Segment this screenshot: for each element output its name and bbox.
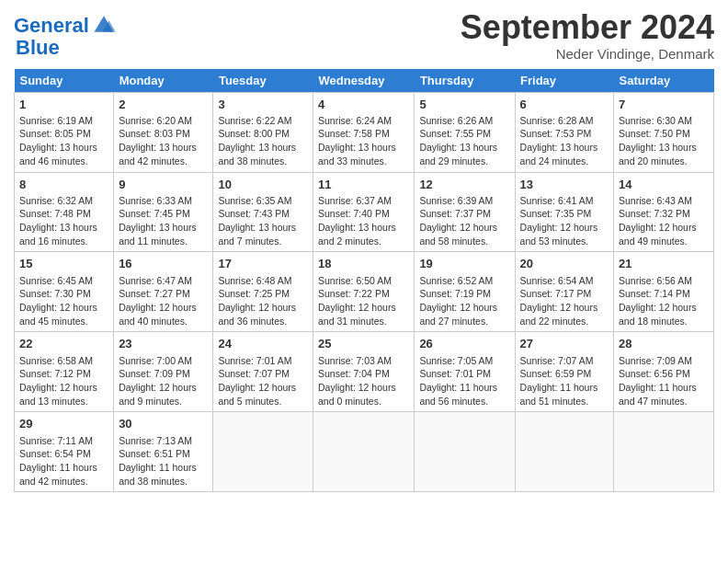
day-info: Sunrise: 7:13 AM — [119, 434, 208, 448]
day-info: and 47 minutes. — [619, 395, 709, 408]
day-number: 12 — [419, 177, 509, 193]
header-saturday: Saturday — [614, 69, 714, 93]
day-info: Sunrise: 7:09 AM — [619, 354, 709, 368]
day-number: 26 — [419, 336, 509, 352]
day-info: Sunset: 6:59 PM — [520, 367, 609, 381]
day-info: Sunrise: 6:41 AM — [520, 194, 609, 208]
day-number: 30 — [119, 416, 208, 432]
day-info: Sunset: 7:19 PM — [419, 287, 509, 301]
day-info: Sunrise: 6:35 AM — [218, 194, 308, 208]
day-info: Daylight: 12 hours — [19, 301, 108, 315]
day-number: 20 — [520, 256, 609, 272]
day-info: and 38 minutes. — [119, 475, 208, 488]
day-info: Sunset: 7:32 PM — [619, 207, 709, 221]
day-info: Daylight: 12 hours — [19, 381, 108, 395]
day-info: Sunset: 7:45 PM — [119, 207, 208, 221]
header-friday: Friday — [515, 69, 613, 93]
day-info: Daylight: 11 hours — [619, 381, 709, 395]
day-info: Sunrise: 6:45 AM — [19, 274, 108, 288]
week-row-0: 1Sunrise: 6:19 AMSunset: 8:05 PMDaylight… — [15, 92, 714, 172]
day-number: 17 — [218, 256, 308, 272]
day-info: Sunrise: 6:48 AM — [218, 274, 308, 288]
day-info: Daylight: 12 hours — [619, 301, 709, 315]
header-thursday: Thursday — [415, 69, 515, 93]
day-info: Sunset: 7:04 PM — [318, 367, 409, 381]
calendar-table: SundayMondayTuesdayWednesdayThursdayFrid… — [14, 69, 714, 493]
month-title: September 2024 — [461, 9, 714, 46]
day-number: 11 — [318, 177, 409, 193]
title-area: September 2024 Neder Vindinge, Denmark — [461, 9, 714, 62]
week-row-4: 29Sunrise: 7:11 AMSunset: 6:54 PMDayligh… — [15, 412, 714, 492]
week-row-3: 22Sunrise: 6:58 AMSunset: 7:12 PMDayligh… — [15, 332, 714, 412]
calendar-cell: 30Sunrise: 7:13 AMSunset: 6:51 PMDayligh… — [114, 412, 213, 492]
day-number: 22 — [19, 336, 108, 352]
day-info: Sunrise: 6:26 AM — [419, 114, 509, 128]
day-info: Sunrise: 7:05 AM — [419, 354, 509, 368]
calendar-cell: 22Sunrise: 6:58 AMSunset: 7:12 PMDayligh… — [15, 332, 114, 412]
day-info: and 20 minutes. — [619, 155, 709, 168]
day-info: and 9 minutes. — [119, 395, 208, 408]
calendar-cell: 16Sunrise: 6:47 AMSunset: 7:27 PMDayligh… — [114, 252, 213, 332]
day-info: and 36 minutes. — [218, 315, 308, 328]
day-number: 25 — [318, 336, 409, 352]
calendar-cell: 20Sunrise: 6:54 AMSunset: 7:17 PMDayligh… — [515, 252, 613, 332]
day-info: Daylight: 11 hours — [419, 381, 509, 395]
day-info: Sunrise: 6:58 AM — [19, 354, 108, 368]
calendar-cell: 27Sunrise: 7:07 AMSunset: 6:59 PMDayligh… — [515, 332, 613, 412]
day-info: Daylight: 12 hours — [318, 301, 409, 315]
day-info: Sunrise: 6:43 AM — [619, 194, 709, 208]
day-info: Sunrise: 6:52 AM — [419, 274, 509, 288]
day-info: Sunset: 7:14 PM — [619, 287, 709, 301]
page-header: General Blue September 2024 Neder Vindin… — [14, 9, 714, 62]
day-info: and 45 minutes. — [19, 315, 108, 328]
day-info: Sunrise: 7:00 AM — [119, 354, 208, 368]
day-info: Sunset: 8:00 PM — [218, 127, 308, 141]
day-number: 6 — [520, 97, 609, 113]
day-info: Sunset: 7:37 PM — [419, 207, 509, 221]
calendar-cell: 9Sunrise: 6:33 AMSunset: 7:45 PMDaylight… — [114, 172, 213, 252]
calendar-cell — [415, 412, 515, 492]
header-wednesday: Wednesday — [313, 69, 415, 93]
day-info: Sunrise: 6:19 AM — [19, 114, 108, 128]
day-number: 10 — [218, 177, 308, 193]
calendar-cell: 29Sunrise: 7:11 AMSunset: 6:54 PMDayligh… — [15, 412, 114, 492]
day-info: Sunset: 6:56 PM — [619, 367, 709, 381]
calendar-cell: 26Sunrise: 7:05 AMSunset: 7:01 PMDayligh… — [415, 332, 515, 412]
calendar-cell: 23Sunrise: 7:00 AMSunset: 7:09 PMDayligh… — [114, 332, 213, 412]
day-info: Sunrise: 6:47 AM — [119, 274, 208, 288]
day-info: Sunset: 7:58 PM — [318, 127, 409, 141]
header-tuesday: Tuesday — [213, 69, 313, 93]
day-info: Daylight: 12 hours — [419, 301, 509, 315]
day-info: Daylight: 13 hours — [419, 141, 509, 155]
day-info: and 33 minutes. — [318, 155, 409, 168]
calendar-body: 1Sunrise: 6:19 AMSunset: 8:05 PMDaylight… — [15, 92, 714, 492]
location: Neder Vindinge, Denmark — [461, 46, 714, 62]
day-info: Sunset: 6:54 PM — [19, 447, 108, 461]
day-info: Sunset: 7:40 PM — [318, 207, 409, 221]
calendar-cell — [614, 412, 714, 492]
day-number: 7 — [619, 97, 709, 113]
day-number: 13 — [520, 177, 609, 193]
day-info: Sunset: 7:30 PM — [19, 287, 108, 301]
day-info: Sunset: 7:48 PM — [19, 207, 108, 221]
calendar-cell: 12Sunrise: 6:39 AMSunset: 7:37 PMDayligh… — [415, 172, 515, 252]
day-info: Sunrise: 6:30 AM — [619, 114, 709, 128]
day-info: Sunset: 7:53 PM — [520, 127, 609, 141]
day-info: Sunset: 7:35 PM — [520, 207, 609, 221]
day-info: Sunset: 7:17 PM — [520, 287, 609, 301]
calendar-cell: 5Sunrise: 6:26 AMSunset: 7:55 PMDaylight… — [415, 92, 515, 172]
day-info: and 27 minutes. — [419, 315, 509, 328]
day-info: Daylight: 12 hours — [419, 221, 509, 235]
day-info: and 11 minutes. — [119, 235, 208, 248]
day-info: Daylight: 12 hours — [218, 381, 308, 395]
day-info: Sunset: 6:51 PM — [119, 447, 208, 461]
day-number: 9 — [119, 177, 208, 193]
day-number: 16 — [119, 256, 208, 272]
day-info: and 16 minutes. — [19, 235, 108, 248]
day-info: Daylight: 13 hours — [318, 141, 409, 155]
header-monday: Monday — [114, 69, 213, 93]
day-info: Daylight: 12 hours — [619, 221, 709, 235]
day-info: Daylight: 13 hours — [520, 141, 609, 155]
header-sunday: Sunday — [15, 69, 114, 93]
day-info: Sunset: 7:01 PM — [419, 367, 509, 381]
